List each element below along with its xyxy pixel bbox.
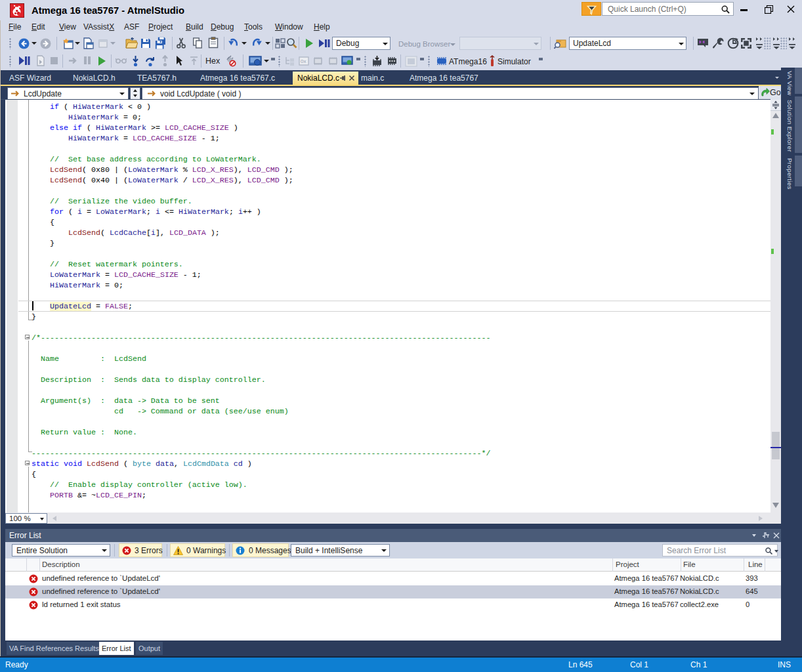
svg-text:0x: 0x bbox=[301, 58, 306, 64]
